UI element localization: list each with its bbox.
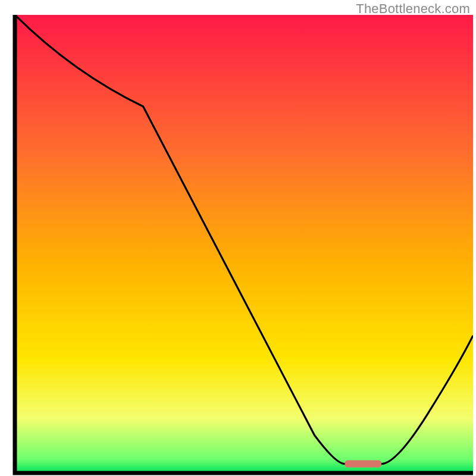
watermark-text: TheBottleneck.com xyxy=(356,1,470,17)
chart-container: TheBottleneck.com xyxy=(0,0,476,476)
optimal-marker xyxy=(345,461,381,468)
chart-svg xyxy=(0,0,476,476)
chart-background-gradient xyxy=(15,15,473,473)
